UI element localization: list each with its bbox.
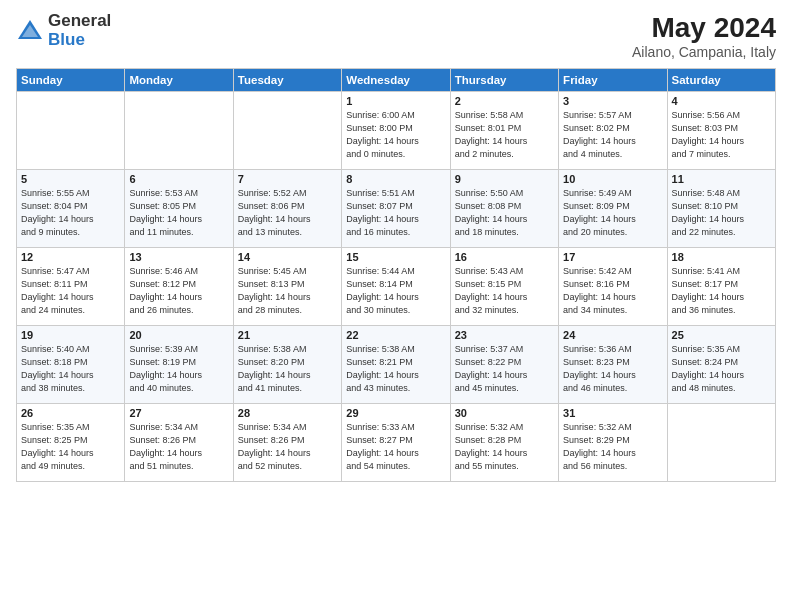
day-info: Sunrise: 5:35 AM Sunset: 8:25 PM Dayligh… (21, 421, 120, 473)
day-number: 17 (563, 251, 662, 263)
day-info: Sunrise: 5:47 AM Sunset: 8:11 PM Dayligh… (21, 265, 120, 317)
day-info: Sunrise: 5:32 AM Sunset: 8:28 PM Dayligh… (455, 421, 554, 473)
day-number: 31 (563, 407, 662, 419)
calendar-cell: 10Sunrise: 5:49 AM Sunset: 8:09 PM Dayli… (559, 170, 667, 248)
col-monday: Monday (125, 69, 233, 92)
calendar-cell: 19Sunrise: 5:40 AM Sunset: 8:18 PM Dayli… (17, 326, 125, 404)
day-info: Sunrise: 5:52 AM Sunset: 8:06 PM Dayligh… (238, 187, 337, 239)
day-number: 27 (129, 407, 228, 419)
day-number: 18 (672, 251, 771, 263)
day-info: Sunrise: 5:50 AM Sunset: 8:08 PM Dayligh… (455, 187, 554, 239)
calendar-cell (233, 92, 341, 170)
day-info: Sunrise: 6:00 AM Sunset: 8:00 PM Dayligh… (346, 109, 445, 161)
day-info: Sunrise: 5:33 AM Sunset: 8:27 PM Dayligh… (346, 421, 445, 473)
calendar-cell: 29Sunrise: 5:33 AM Sunset: 8:27 PM Dayli… (342, 404, 450, 482)
calendar-cell: 23Sunrise: 5:37 AM Sunset: 8:22 PM Dayli… (450, 326, 558, 404)
col-wednesday: Wednesday (342, 69, 450, 92)
day-info: Sunrise: 5:56 AM Sunset: 8:03 PM Dayligh… (672, 109, 771, 161)
day-number: 7 (238, 173, 337, 185)
day-info: Sunrise: 5:38 AM Sunset: 8:21 PM Dayligh… (346, 343, 445, 395)
logo-blue-text: Blue (48, 31, 111, 50)
calendar-cell: 22Sunrise: 5:38 AM Sunset: 8:21 PM Dayli… (342, 326, 450, 404)
day-info: Sunrise: 5:46 AM Sunset: 8:12 PM Dayligh… (129, 265, 228, 317)
day-info: Sunrise: 5:48 AM Sunset: 8:10 PM Dayligh… (672, 187, 771, 239)
day-info: Sunrise: 5:42 AM Sunset: 8:16 PM Dayligh… (563, 265, 662, 317)
day-number: 29 (346, 407, 445, 419)
calendar-cell: 17Sunrise: 5:42 AM Sunset: 8:16 PM Dayli… (559, 248, 667, 326)
day-number: 20 (129, 329, 228, 341)
day-number: 26 (21, 407, 120, 419)
header-row: Sunday Monday Tuesday Wednesday Thursday… (17, 69, 776, 92)
calendar-cell: 21Sunrise: 5:38 AM Sunset: 8:20 PM Dayli… (233, 326, 341, 404)
col-sunday: Sunday (17, 69, 125, 92)
day-number: 30 (455, 407, 554, 419)
day-info: Sunrise: 5:37 AM Sunset: 8:22 PM Dayligh… (455, 343, 554, 395)
calendar-cell: 18Sunrise: 5:41 AM Sunset: 8:17 PM Dayli… (667, 248, 775, 326)
col-saturday: Saturday (667, 69, 775, 92)
day-info: Sunrise: 5:32 AM Sunset: 8:29 PM Dayligh… (563, 421, 662, 473)
week-row-1: 5Sunrise: 5:55 AM Sunset: 8:04 PM Daylig… (17, 170, 776, 248)
calendar-cell (667, 404, 775, 482)
calendar-cell (125, 92, 233, 170)
day-info: Sunrise: 5:51 AM Sunset: 8:07 PM Dayligh… (346, 187, 445, 239)
day-number: 21 (238, 329, 337, 341)
week-row-3: 19Sunrise: 5:40 AM Sunset: 8:18 PM Dayli… (17, 326, 776, 404)
calendar-cell: 12Sunrise: 5:47 AM Sunset: 8:11 PM Dayli… (17, 248, 125, 326)
calendar-cell: 6Sunrise: 5:53 AM Sunset: 8:05 PM Daylig… (125, 170, 233, 248)
logo-icon (16, 17, 44, 45)
day-number: 2 (455, 95, 554, 107)
day-info: Sunrise: 5:57 AM Sunset: 8:02 PM Dayligh… (563, 109, 662, 161)
day-info: Sunrise: 5:35 AM Sunset: 8:24 PM Dayligh… (672, 343, 771, 395)
col-tuesday: Tuesday (233, 69, 341, 92)
day-info: Sunrise: 5:53 AM Sunset: 8:05 PM Dayligh… (129, 187, 228, 239)
calendar-cell: 5Sunrise: 5:55 AM Sunset: 8:04 PM Daylig… (17, 170, 125, 248)
week-row-2: 12Sunrise: 5:47 AM Sunset: 8:11 PM Dayli… (17, 248, 776, 326)
main-title: May 2024 (632, 12, 776, 44)
day-number: 28 (238, 407, 337, 419)
title-block: May 2024 Ailano, Campania, Italy (632, 12, 776, 60)
calendar-cell (17, 92, 125, 170)
calendar-cell: 15Sunrise: 5:44 AM Sunset: 8:14 PM Dayli… (342, 248, 450, 326)
day-number: 11 (672, 173, 771, 185)
calendar-cell: 30Sunrise: 5:32 AM Sunset: 8:28 PM Dayli… (450, 404, 558, 482)
day-info: Sunrise: 5:34 AM Sunset: 8:26 PM Dayligh… (129, 421, 228, 473)
day-number: 13 (129, 251, 228, 263)
calendar-cell: 4Sunrise: 5:56 AM Sunset: 8:03 PM Daylig… (667, 92, 775, 170)
day-info: Sunrise: 5:38 AM Sunset: 8:20 PM Dayligh… (238, 343, 337, 395)
day-info: Sunrise: 5:55 AM Sunset: 8:04 PM Dayligh… (21, 187, 120, 239)
col-thursday: Thursday (450, 69, 558, 92)
day-info: Sunrise: 5:41 AM Sunset: 8:17 PM Dayligh… (672, 265, 771, 317)
header: General Blue May 2024 Ailano, Campania, … (16, 12, 776, 60)
day-number: 6 (129, 173, 228, 185)
day-number: 5 (21, 173, 120, 185)
calendar-cell: 1Sunrise: 6:00 AM Sunset: 8:00 PM Daylig… (342, 92, 450, 170)
day-number: 3 (563, 95, 662, 107)
day-info: Sunrise: 5:44 AM Sunset: 8:14 PM Dayligh… (346, 265, 445, 317)
day-info: Sunrise: 5:40 AM Sunset: 8:18 PM Dayligh… (21, 343, 120, 395)
calendar-cell: 28Sunrise: 5:34 AM Sunset: 8:26 PM Dayli… (233, 404, 341, 482)
calendar-cell: 27Sunrise: 5:34 AM Sunset: 8:26 PM Dayli… (125, 404, 233, 482)
calendar-cell: 25Sunrise: 5:35 AM Sunset: 8:24 PM Dayli… (667, 326, 775, 404)
calendar-cell: 7Sunrise: 5:52 AM Sunset: 8:06 PM Daylig… (233, 170, 341, 248)
day-info: Sunrise: 5:45 AM Sunset: 8:13 PM Dayligh… (238, 265, 337, 317)
subtitle: Ailano, Campania, Italy (632, 44, 776, 60)
day-number: 12 (21, 251, 120, 263)
calendar-cell: 26Sunrise: 5:35 AM Sunset: 8:25 PM Dayli… (17, 404, 125, 482)
calendar-cell: 24Sunrise: 5:36 AM Sunset: 8:23 PM Dayli… (559, 326, 667, 404)
day-number: 23 (455, 329, 554, 341)
calendar-cell: 8Sunrise: 5:51 AM Sunset: 8:07 PM Daylig… (342, 170, 450, 248)
day-info: Sunrise: 5:58 AM Sunset: 8:01 PM Dayligh… (455, 109, 554, 161)
week-row-4: 26Sunrise: 5:35 AM Sunset: 8:25 PM Dayli… (17, 404, 776, 482)
logo-general-text: General (48, 12, 111, 31)
day-number: 8 (346, 173, 445, 185)
day-number: 9 (455, 173, 554, 185)
day-number: 1 (346, 95, 445, 107)
day-number: 10 (563, 173, 662, 185)
col-friday: Friday (559, 69, 667, 92)
calendar-cell: 11Sunrise: 5:48 AM Sunset: 8:10 PM Dayli… (667, 170, 775, 248)
week-row-0: 1Sunrise: 6:00 AM Sunset: 8:00 PM Daylig… (17, 92, 776, 170)
day-info: Sunrise: 5:36 AM Sunset: 8:23 PM Dayligh… (563, 343, 662, 395)
calendar-cell: 3Sunrise: 5:57 AM Sunset: 8:02 PM Daylig… (559, 92, 667, 170)
logo-text: General Blue (48, 12, 111, 49)
day-number: 25 (672, 329, 771, 341)
